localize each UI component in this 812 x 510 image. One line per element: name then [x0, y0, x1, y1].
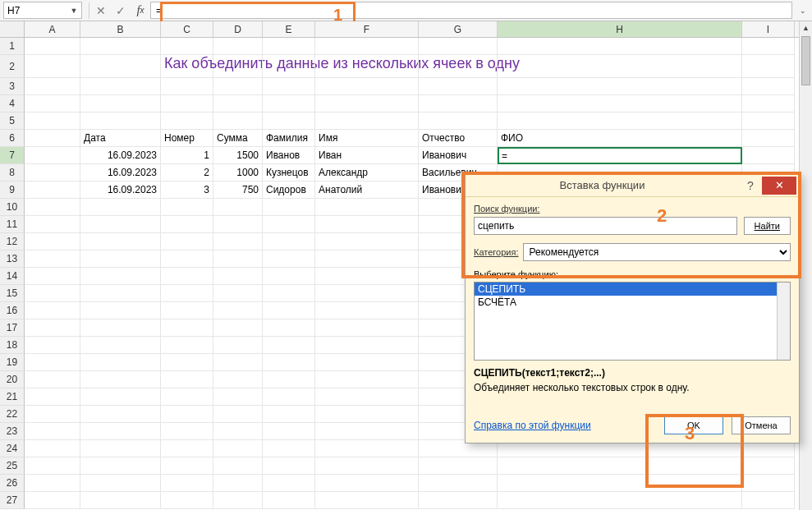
function-list-item[interactable]: СЦЕПИТЬ	[475, 283, 790, 296]
cell[interactable]	[80, 406, 161, 423]
cell[interactable]: 16.09.2023	[80, 164, 161, 181]
list-scrollbar[interactable]	[777, 283, 790, 360]
formula-input[interactable]: =	[150, 2, 792, 19]
cell[interactable]	[80, 216, 161, 233]
cell[interactable]	[263, 38, 315, 55]
cell[interactable]	[315, 440, 419, 457]
expand-formula-bar-icon[interactable]: ⌄	[794, 7, 812, 15]
cell[interactable]	[315, 492, 419, 509]
cell-header[interactable]: ФИО	[498, 130, 742, 147]
cell-header[interactable]: Отчество	[419, 130, 498, 147]
cell[interactable]	[315, 337, 419, 354]
cell[interactable]	[25, 113, 80, 130]
cell[interactable]	[80, 268, 161, 285]
cell[interactable]	[263, 337, 315, 354]
cell[interactable]	[213, 199, 263, 216]
cell[interactable]	[80, 285, 161, 302]
cell[interactable]	[213, 302, 263, 319]
cell[interactable]	[742, 38, 795, 55]
dialog-titlebar[interactable]: Вставка функции ? ✕	[466, 174, 799, 197]
cell[interactable]	[419, 113, 498, 130]
cell-header[interactable]: Дата	[80, 130, 161, 147]
row-header[interactable]: 18	[0, 337, 25, 354]
cell[interactable]	[263, 354, 315, 371]
cell[interactable]	[25, 130, 80, 147]
cell[interactable]	[419, 38, 498, 55]
cell[interactable]	[263, 199, 315, 216]
cell[interactable]	[25, 302, 80, 319]
cell[interactable]	[213, 406, 263, 423]
cell[interactable]	[263, 440, 315, 457]
cell[interactable]	[742, 78, 795, 95]
cell[interactable]	[161, 406, 213, 423]
row-header[interactable]: 23	[0, 423, 25, 440]
cell[interactable]	[161, 113, 213, 130]
insert-function-icon[interactable]: fx	[131, 2, 150, 20]
row-header[interactable]: 14	[0, 268, 25, 285]
help-icon[interactable]: ?	[739, 179, 762, 192]
cell[interactable]	[742, 492, 795, 509]
row-header[interactable]: 8	[0, 164, 25, 181]
cell[interactable]	[161, 95, 213, 113]
cell[interactable]: 16.09.2023	[80, 147, 161, 164]
cell[interactable]	[213, 475, 263, 492]
cell[interactable]	[213, 354, 263, 371]
cell[interactable]	[25, 216, 80, 233]
row-header[interactable]: 13	[0, 250, 25, 268]
cell[interactable]	[315, 475, 419, 492]
cell[interactable]	[25, 475, 80, 492]
cell[interactable]	[161, 388, 213, 406]
cell[interactable]: 1500	[213, 147, 263, 164]
cell[interactable]	[25, 440, 80, 457]
cell[interactable]	[742, 95, 795, 113]
category-select[interactable]: Рекомендуется	[523, 243, 791, 261]
row-header[interactable]: 7	[0, 147, 25, 164]
cell[interactable]	[25, 147, 80, 164]
cell[interactable]	[213, 440, 263, 457]
find-button[interactable]: Найти	[744, 217, 791, 235]
col-header[interactable]: H	[498, 21, 742, 37]
cell[interactable]	[161, 285, 213, 302]
cell[interactable]	[498, 38, 742, 55]
cell[interactable]	[80, 113, 161, 130]
cell[interactable]	[161, 250, 213, 268]
cell[interactable]	[213, 268, 263, 285]
cell[interactable]: Иванов	[263, 147, 315, 164]
cell[interactable]	[25, 268, 80, 285]
cell[interactable]	[161, 475, 213, 492]
row-header[interactable]: 21	[0, 388, 25, 406]
scroll-thumb[interactable]	[801, 36, 810, 85]
chevron-down-icon[interactable]: ▼	[68, 4, 80, 16]
cell[interactable]	[498, 457, 742, 475]
cell[interactable]	[498, 55, 742, 78]
cell[interactable]	[263, 250, 315, 268]
cell[interactable]: Кузнецов	[263, 164, 315, 181]
cell[interactable]	[315, 406, 419, 423]
cell[interactable]	[80, 78, 161, 95]
cell[interactable]	[315, 113, 419, 130]
cell[interactable]	[25, 457, 80, 475]
cell[interactable]	[161, 302, 213, 319]
cell[interactable]	[498, 475, 742, 492]
cell[interactable]	[315, 78, 419, 95]
cell[interactable]	[213, 457, 263, 475]
cell[interactable]	[419, 78, 498, 95]
cell[interactable]: 2	[161, 164, 213, 181]
cell[interactable]	[161, 268, 213, 285]
cell[interactable]	[213, 423, 263, 440]
cell[interactable]	[742, 147, 795, 164]
cell[interactable]	[315, 216, 419, 233]
cell[interactable]	[263, 492, 315, 509]
scroll-up-icon[interactable]: ▲	[800, 21, 812, 34]
cell[interactable]	[161, 199, 213, 216]
cell[interactable]	[263, 55, 315, 78]
cell[interactable]	[25, 423, 80, 440]
cell[interactable]	[213, 319, 263, 337]
cell[interactable]	[161, 492, 213, 509]
cell[interactable]	[315, 423, 419, 440]
cell[interactable]	[80, 440, 161, 457]
cell[interactable]	[213, 337, 263, 354]
row-header[interactable]: 15	[0, 285, 25, 302]
row-header[interactable]: 6	[0, 130, 25, 147]
cell[interactable]	[419, 457, 498, 475]
